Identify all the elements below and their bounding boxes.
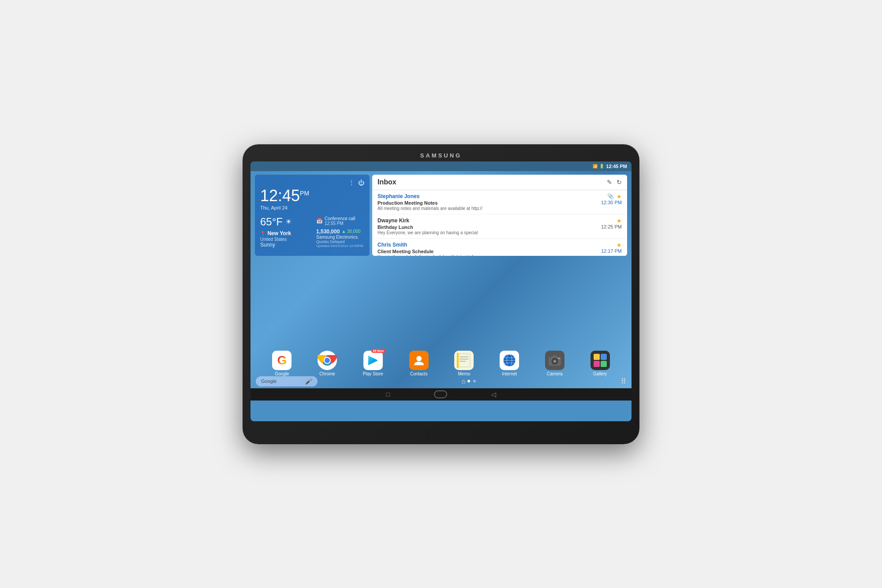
page-dot-1 [467, 380, 470, 382]
stock-note: Quotes Delayed [316, 240, 364, 244]
inbox-header: Inbox ✎ ↻ [372, 175, 627, 190]
tablet-device: SAMSUNG 📶 🔋 12:45 PM ⋮ ⏻ 1 [243, 144, 639, 444]
email-sender-1: Stephanie Jones [377, 193, 419, 199]
svg-rect-23 [594, 354, 600, 360]
back-hw-button[interactable]: ◁ [491, 391, 496, 398]
internet-icon [500, 351, 519, 370]
email-top-row-2: Dwayne Kirk ★ [377, 217, 622, 224]
app-contacts[interactable]: Contacts [409, 351, 429, 376]
svg-rect-24 [601, 354, 607, 360]
svg-point-19 [553, 360, 556, 363]
app-chrome-label: Chrome [319, 371, 335, 376]
home-screen: ⋮ ⏻ 12:45PM Thu, April 24 65°F ☀ [250, 171, 632, 388]
svg-point-3 [325, 358, 330, 363]
stock-widget: 1,530,000 ▲ 30,000 Samsung Electronics. … [316, 228, 364, 248]
inbox-actions: ✎ ↻ [607, 179, 622, 186]
memo-icon [454, 351, 474, 370]
calendar-icon: 📅 [316, 218, 323, 224]
app-google[interactable]: G Google [272, 351, 292, 376]
widget-top-bar: ⋮ ⏻ [260, 179, 364, 186]
email-star-3[interactable]: ★ [617, 242, 622, 248]
email-sender-2: Dwayne Kirk [377, 217, 409, 224]
email-meta-3: ★ [617, 242, 622, 248]
inbox-refresh-btn[interactable]: ↻ [617, 179, 622, 186]
app-playstore[interactable]: 65 New Play Store [363, 351, 383, 376]
clock-hours-minutes: 12:45 [260, 187, 300, 205]
dock-bottom-row: Google 🎤 ⌂ ⠿ [250, 376, 632, 388]
email-top-row-1: Stephanie Jones 📎 ★ [377, 193, 622, 200]
inbox-compose-btn[interactable]: ✎ [607, 179, 612, 186]
google-search-bar[interactable]: Google 🎤 [256, 376, 318, 386]
email-item-3[interactable]: Chris Smith ★ Client Meeting Schedule 12… [372, 239, 627, 256]
chrome-icon [318, 351, 337, 370]
app-dock: G Google [250, 351, 632, 376]
email-preview-3: Here is the updated client schedule with… [377, 255, 622, 256]
stock-name: Samsung Electronics. [316, 235, 364, 240]
gallery-icon [590, 351, 610, 370]
recents-hw-button[interactable]: □ [386, 391, 389, 398]
email-star-1[interactable]: ★ [617, 193, 622, 200]
svg-rect-21 [558, 358, 560, 359]
stock-price: 1,530,000 [316, 228, 340, 235]
weather-temperature: 65°F [260, 216, 283, 228]
status-icons: 📶 🔋 12:45 PM [593, 164, 627, 169]
email-item-2[interactable]: Dwayne Kirk ★ Birthday Lunch 12:25 PM He… [372, 214, 627, 239]
email-attach-icon-1: 📎 [607, 193, 614, 199]
email-star-2[interactable]: ★ [617, 217, 622, 224]
app-camera[interactable]: Camera [545, 351, 564, 376]
svg-rect-20 [553, 355, 557, 357]
email-time-1: 12:30 PM [601, 200, 622, 205]
wifi-icon: 📶 [593, 164, 598, 169]
widget-menu-icon[interactable]: ⋮ [348, 179, 355, 186]
clock-display: 12:45PM [260, 188, 364, 204]
stock-change: ▲ 30,000 [341, 229, 360, 234]
email-top-row-3: Chris Smith ★ [377, 242, 622, 248]
battery-icon: 🔋 [599, 164, 604, 169]
widget-power-icon[interactable]: ⏻ [358, 179, 364, 186]
home-hw-button[interactable] [434, 390, 447, 398]
calendar-event-name: Conference call [325, 216, 355, 221]
calendar-info: Conference call 12:55 PM [325, 216, 355, 226]
app-contacts-label: Contacts [410, 371, 427, 376]
app-memo[interactable]: Memo [454, 351, 474, 376]
app-gallery-label: Gallery [593, 371, 607, 376]
email-sender-3: Chris Smith [377, 242, 407, 248]
app-memo-label: Memo [458, 371, 470, 376]
search-text: Google [261, 378, 303, 384]
playstore-icon [363, 351, 383, 370]
app-google-label: Google [275, 371, 289, 376]
email-subject-1: Production Meeting Notes [377, 200, 437, 206]
email-preview-2: Hey Everyone, we are planning on having … [377, 230, 622, 235]
inbox-title: Inbox [377, 178, 396, 186]
brand-logo: SAMSUNG [250, 152, 632, 159]
weather-condition: Sunny [260, 242, 308, 248]
email-subject-2: Birthday Lunch [377, 225, 413, 230]
status-time: 12:45 PM [606, 164, 627, 169]
svg-rect-25 [594, 361, 600, 367]
app-internet[interactable]: Internet [500, 351, 519, 376]
app-camera-label: Camera [547, 371, 563, 376]
camera-icon [545, 351, 564, 370]
app-gallery[interactable]: Gallery [590, 351, 610, 376]
country-name: United States [260, 237, 308, 242]
clock-ampm: PM [300, 190, 309, 197]
location-pin-icon: 📍 [260, 231, 265, 236]
svg-rect-26 [601, 361, 607, 367]
email-item-1[interactable]: Stephanie Jones 📎 ★ Production Meeting N… [372, 190, 627, 214]
calendar-event-time: 12:55 PM [325, 221, 355, 226]
page-indicators: ⌂ [462, 378, 477, 385]
city-name: New York [267, 230, 291, 236]
status-bar: 📶 🔋 12:45 PM [250, 161, 632, 171]
inbox-widget: Inbox ✎ ↻ Stephanie Jones 📎 ★ [372, 175, 627, 256]
email-preview-1: All meeting notes and materials are avai… [377, 206, 622, 211]
clock-date: Thu, April 24 [260, 205, 364, 210]
email-meta-1: 📎 ★ [607, 193, 622, 200]
app-chrome[interactable]: Chrome [318, 351, 337, 376]
mic-icon[interactable]: 🎤 [305, 378, 312, 385]
apps-grid-button[interactable]: ⠿ [621, 377, 626, 386]
weather-sun-icon: ☀ [285, 217, 292, 226]
svg-rect-10 [457, 353, 459, 368]
email-subject-3: Client Meeting Schedule [377, 249, 434, 254]
playstore-badge: 65 New [371, 349, 385, 353]
home-icon[interactable]: ⌂ [462, 378, 465, 385]
